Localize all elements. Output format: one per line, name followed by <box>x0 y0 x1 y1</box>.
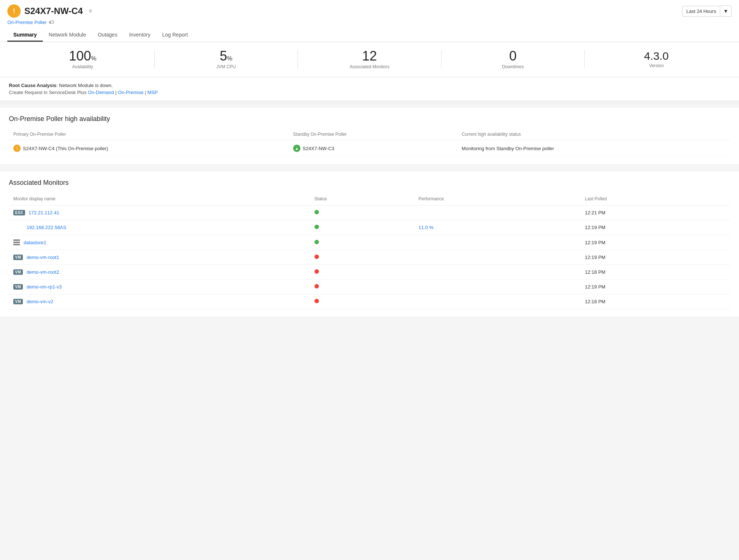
monitor-name-cell: VM demo-vm-v2 <box>9 294 310 309</box>
create-request-text: Create Request in ServiceDesk Plus <box>9 90 86 95</box>
monitor-performance-cell <box>414 265 581 280</box>
monitor-link-6[interactable]: demo-vm-rp1-v3 <box>27 284 62 290</box>
time-selector[interactable]: Last 24 Hours ▼ <box>682 6 732 17</box>
monitor-name-content: 192.168.222.58AS <box>13 225 306 230</box>
table-row: VM demo-vm-rp1-v3 12:19 PM <box>9 280 730 294</box>
ha-standby-cell: ▲ S24X7-NW-C3 <box>289 140 457 157</box>
root-cause-links: Create Request in ServiceDesk Plus On-De… <box>9 90 730 95</box>
table-row: datastore1 12:19 PM <box>9 235 730 250</box>
monitor-name-cell: ESX 172.21.112.41 <box>9 205 310 220</box>
ha-table-row: ! S24X7-NW-C4 (This On-Premise poller) ▲… <box>9 140 730 157</box>
monitor-name-content: VM demo-vm-root1 <box>13 255 306 260</box>
badge-esx: ESX <box>13 210 25 215</box>
tabs: Summary Network Module Outages Inventory… <box>7 29 732 42</box>
badge-vm: VM <box>13 299 23 304</box>
page-header: ! S24X7-NW-C4 ≡ Last 24 Hours ▼ On-Premi… <box>0 0 739 42</box>
ha-primary-content: ! S24X7-NW-C4 (This On-Premise poller) <box>13 145 284 152</box>
monitor-performance-cell <box>414 235 581 250</box>
table-row: VM demo-vm-v2 12:18 PM <box>9 294 730 309</box>
monitor-link-2[interactable]: 192.168.222.58AS <box>27 225 66 230</box>
tab-inventory[interactable]: Inventory <box>123 29 157 42</box>
monitor-performance-cell <box>414 280 581 294</box>
monitor-name-content: VM demo-vm-root2 <box>13 269 306 275</box>
ha-col-primary: Primary On-Premise Poller <box>9 129 289 140</box>
stat-downtimes-label: Downtimes <box>502 64 524 69</box>
section-gap-2 <box>0 167 739 172</box>
monitor-performance-cell <box>414 250 581 265</box>
monitor-status-cell <box>310 235 414 250</box>
link-on-demand[interactable]: On-Demand <box>88 90 114 95</box>
stat-jvm-value: 5% <box>220 49 232 63</box>
monitor-link-7[interactable]: demo-vm-v2 <box>27 299 53 304</box>
monitor-name-content: ESX 172.21.112.41 <box>13 210 306 215</box>
ha-primary-name: S24X7-NW-C4 (This On-Premise poller) <box>23 146 108 151</box>
monitor-last-polled-cell: 12:18 PM <box>581 294 730 309</box>
table-row: 192.168.222.58AS 11.0 % 12:19 PM <box>9 220 730 235</box>
monitor-name-cell: datastore1 <box>9 235 310 250</box>
on-premise-poller-link[interactable]: On-Premise Poller <box>7 20 47 25</box>
ha-primary-cell: ! S24X7-NW-C4 (This On-Premise poller) <box>9 140 289 157</box>
monitor-name-cell: VM demo-vm-root1 <box>9 250 310 265</box>
link-on-premise[interactable]: On-Premise <box>118 90 143 95</box>
monitor-performance-cell: 11.0 % <box>414 220 581 235</box>
tab-log-report[interactable]: Log Report <box>157 29 194 42</box>
monitor-name-content: VM demo-vm-v2 <box>13 299 306 304</box>
performance-value: 11.0 % <box>419 225 433 230</box>
monitor-link-1[interactable]: 172.21.112.41 <box>29 210 59 215</box>
table-row: VM demo-vm-root2 12:18 PM <box>9 265 730 280</box>
root-cause-section: Root Cause Analysis: Network Module is d… <box>0 77 739 103</box>
stat-version-label: Version <box>649 63 664 68</box>
stat-downtimes: 0 Downtimes <box>441 49 585 69</box>
time-select-label[interactable]: Last 24 Hours <box>682 6 720 17</box>
monitors-col-name: Monitor display name <box>9 193 310 205</box>
datastore-icon <box>13 239 20 245</box>
status-green-icon <box>314 240 319 244</box>
table-row: ESX 172.21.112.41 12:21 PM <box>9 205 730 220</box>
ha-current-status-cell: Monitoring from Standby On-Premise polle… <box>457 140 730 157</box>
monitors-col-status: Status <box>310 193 414 205</box>
badge-vm: VM <box>13 269 23 275</box>
monitors-col-performance: Performance <box>414 193 581 205</box>
ha-col-standby: Standby On-Premise Poller <box>289 129 457 140</box>
root-cause-text: Root Cause Analysis: Network Module is d… <box>9 83 730 88</box>
section-gap-1 <box>0 103 739 108</box>
status-red-icon <box>314 269 319 274</box>
monitor-performance-cell <box>414 205 581 220</box>
time-dropdown-button[interactable]: ▼ <box>720 6 732 17</box>
ha-table-header-row: Primary On-Premise Poller Standby On-Pre… <box>9 129 730 140</box>
monitor-last-polled-cell: 12:19 PM <box>581 220 730 235</box>
alert-warning-icon: ! <box>7 4 21 18</box>
ha-standby-content: ▲ S24X7-NW-C3 <box>293 145 453 152</box>
monitor-status-cell <box>310 265 414 280</box>
monitor-last-polled-cell: 12:19 PM <box>581 235 730 250</box>
page-title: S24X7-NW-C4 <box>24 6 83 16</box>
monitors-table: Monitor display name Status Performance … <box>9 193 730 309</box>
tab-outages[interactable]: Outages <box>92 29 123 42</box>
stat-availability-label: Availability <box>72 64 93 69</box>
monitor-link-5[interactable]: demo-vm-root2 <box>27 269 59 275</box>
ha-section-title: On-Premise Poller high availability <box>9 115 730 123</box>
ha-table: Primary On-Premise Poller Standby On-Pre… <box>9 129 730 157</box>
monitor-name-cell: VM demo-vm-root2 <box>9 265 310 280</box>
ha-section: On-Premise Poller high availability Prim… <box>0 108 739 164</box>
stat-downtimes-value: 0 <box>509 49 517 63</box>
monitor-status-cell <box>310 250 414 265</box>
monitors-section: Associated Monitors Monitor display name… <box>0 172 739 317</box>
primary-warning-icon: ! <box>13 145 21 152</box>
tab-summary[interactable]: Summary <box>7 29 43 42</box>
monitor-last-polled-cell: 12:21 PM <box>581 205 730 220</box>
monitor-link-4[interactable]: demo-vm-root1 <box>27 255 59 260</box>
monitors-col-last-polled: Last Polled <box>581 193 730 205</box>
stat-version-value: 4.3.0 <box>644 51 669 62</box>
status-green-icon <box>314 210 319 214</box>
monitor-status-cell <box>310 280 414 294</box>
tab-network-module[interactable]: Network Module <box>43 29 92 42</box>
menu-icon[interactable]: ≡ <box>89 8 92 14</box>
badge-vm: VM <box>13 284 23 290</box>
monitor-status-cell <box>310 205 414 220</box>
monitor-name-content: datastore1 <box>13 239 306 245</box>
monitor-performance-cell <box>414 294 581 309</box>
monitor-link-3[interactable]: datastore1 <box>24 240 46 245</box>
link-msp[interactable]: MSP <box>147 90 158 95</box>
ha-col-status: Current high availability status <box>457 129 730 140</box>
